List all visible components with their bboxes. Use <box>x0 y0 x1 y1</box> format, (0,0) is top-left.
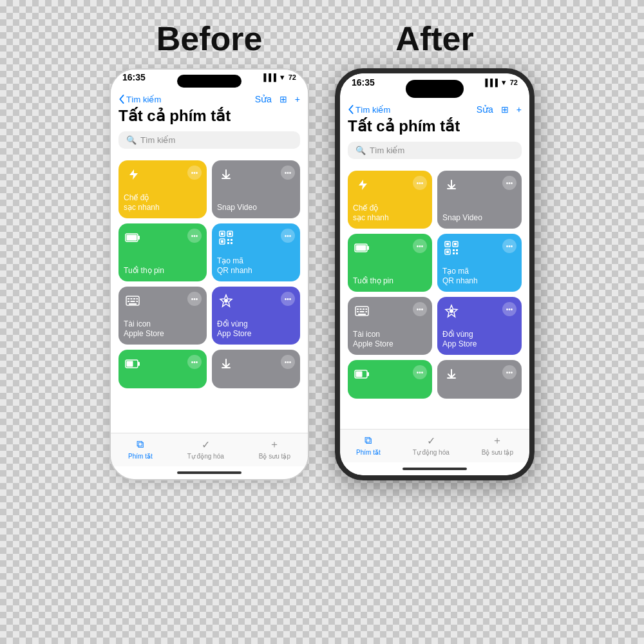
shortcuts-scroll: ••• Chế độsạc nhanh ••• Snap Video <box>111 160 308 433</box>
card-menu[interactable]: ••• <box>281 229 295 243</box>
card-tai-icon-apple-store[interactable]: ••• Tài iconApple Store <box>118 287 207 345</box>
svg-rect-11 <box>227 242 229 244</box>
svg-rect-37 <box>456 249 458 251</box>
lightning-icon <box>124 166 142 184</box>
tab-bar-after: ⧉ Phím tắt ✓ Tự động hóa ＋ Bộ sưu tập <box>340 429 529 462</box>
before-label: Before <box>156 19 263 58</box>
tab-bo-suu-tap[interactable]: ＋ Bộ sưu tập <box>259 437 290 460</box>
nav-actions: Sửa ⊞ + <box>255 94 300 104</box>
card-tuoi-tho-pin-after[interactable]: ••• Tuổi thọ pin <box>348 234 432 292</box>
card-7-after[interactable]: ••• <box>348 360 432 399</box>
svg-rect-31 <box>446 243 449 245</box>
card-menu-a5[interactable]: ••• <box>413 302 427 316</box>
shortcuts-tab-icon: ⧉ <box>133 437 147 451</box>
card-menu-a8[interactable]: ••• <box>502 365 516 379</box>
tab-phim-tat-after[interactable]: ⧉ Phím tắt <box>356 433 381 456</box>
card-menu[interactable]: ••• <box>187 166 202 180</box>
svg-rect-17 <box>137 298 138 299</box>
svg-point-50 <box>450 309 453 313</box>
grid-icon[interactable]: ⊞ <box>279 94 287 104</box>
search-bar-after[interactable]: 🔍 Tìm kiếm <box>348 142 522 159</box>
status-icons-after: ▐▐▐ ▼ 72 <box>482 79 518 86</box>
tab-phim-tat[interactable]: ⧉ Phím tắt <box>128 437 153 460</box>
card-label-a5: Tài iconApple Store <box>353 330 427 350</box>
card-label-5: Tài iconApple Store <box>124 319 202 339</box>
svg-rect-8 <box>221 240 223 243</box>
card-8-after[interactable]: ••• <box>437 360 522 399</box>
add-button[interactable]: + <box>295 94 300 104</box>
svg-rect-19 <box>131 301 135 302</box>
after-column: After 16:35 ▐▐▐ ▼ 72 <box>335 19 535 480</box>
nav-actions-after: Sửa ⊞ + <box>477 104 522 115</box>
home-indicator <box>111 466 308 479</box>
wifi-icon-after: ▼ <box>500 79 507 86</box>
svg-rect-12 <box>231 242 232 244</box>
page-title-after: Tất cả phím tắt <box>348 117 522 135</box>
keyboard-icon <box>124 292 142 310</box>
card-label-2: Snap Video <box>217 203 295 213</box>
phone-after: 16:35 ▐▐▐ ▼ 72 Tìm kiếm <box>335 68 535 480</box>
battery-icon-2 <box>124 355 142 373</box>
card-menu-a6[interactable]: ••• <box>502 302 516 316</box>
card-menu[interactable]: ••• <box>187 355 202 369</box>
nav-bar: Tìm kiếm Sửa ⊞ + <box>111 93 308 107</box>
card-tai-icon-apple-store-after[interactable]: ••• Tài iconApple Store <box>348 297 432 355</box>
after-label: After <box>395 19 473 58</box>
home-bar-after <box>402 468 467 470</box>
card-menu-a1[interactable]: ••• <box>413 176 427 190</box>
svg-rect-36 <box>453 249 455 251</box>
appstore-icon <box>217 292 235 310</box>
after-inner-screen: 16:35 ▐▐▐ ▼ 72 Tìm kiếm <box>340 73 529 475</box>
qr-icon <box>217 229 235 247</box>
grid-icon-after[interactable]: ⊞ <box>501 104 509 115</box>
card-menu[interactable]: ••• <box>187 229 202 243</box>
svg-rect-6 <box>229 232 231 235</box>
card-7[interactable]: ••• <box>118 350 207 388</box>
svg-rect-33 <box>454 243 457 245</box>
battery-icon-after <box>353 239 371 257</box>
edit-button-after[interactable]: Sửa <box>477 104 493 115</box>
card-8[interactable]: ••• <box>212 350 300 388</box>
card-tuoi-tho-pin[interactable]: ••• Tuổi thọ pin <box>118 223 207 281</box>
shortcuts-tab-icon-after: ⧉ <box>361 433 375 448</box>
status-icons: ▐▐▐ ▼ 72 <box>261 73 296 81</box>
tab-label-a2: Tự động hóa <box>413 449 450 456</box>
download-icon-2 <box>217 355 235 373</box>
tab-bo-suu-tap-after[interactable]: ＋ Bộ sưu tập <box>482 433 513 456</box>
tab-label-1: Phím tắt <box>128 453 153 460</box>
add-button-after[interactable]: + <box>516 104 522 115</box>
svg-rect-44 <box>366 308 368 310</box>
card-menu[interactable]: ••• <box>281 166 295 180</box>
card-menu-a4[interactable]: ••• <box>502 239 516 253</box>
search-bar[interactable]: 🔍 Tìm kiếm <box>118 131 300 149</box>
nav-bar-after: Tìm kiếm Sửa ⊞ + <box>340 103 529 117</box>
card-menu-a2[interactable]: ••• <box>502 176 516 190</box>
card-label-3: Tuổi thọ pin <box>124 266 202 276</box>
card-che-do-sac-nhanh[interactable]: ••• Chế độsạc nhanh <box>118 160 207 218</box>
card-menu[interactable]: ••• <box>281 292 295 306</box>
before-screen: 16:35 ▐▐▐ ▼ 72 Tìm kiếm <box>111 70 308 479</box>
card-che-do-sac-nhanh-after[interactable]: ••• Chế độsạc nhanh <box>348 171 432 229</box>
card-doi-vung-app-store[interactable]: ••• Đổi vùngApp Store <box>212 287 300 345</box>
edit-button[interactable]: Sửa <box>255 94 272 104</box>
svg-rect-39 <box>456 252 458 254</box>
back-button-after[interactable]: Tìm kiếm <box>348 105 390 115</box>
gallery-tab-icon: ＋ <box>267 437 281 451</box>
svg-rect-48 <box>358 314 366 315</box>
card-menu[interactable]: ••• <box>187 292 202 306</box>
tab-tu-dong-hoa-after[interactable]: ✓ Tự động hóa <box>413 433 450 456</box>
card-tao-ma-qr[interactable]: ••• Tạo mãQR nhanh <box>212 223 300 281</box>
tab-tu-dong-hoa[interactable]: ✓ Tự động hóa <box>187 437 224 460</box>
after-screen: 16:35 ▐▐▐ ▼ 72 Tìm kiếm <box>340 73 529 475</box>
svg-rect-4 <box>221 232 223 235</box>
card-snap-video[interactable]: ••• Snap Video <box>212 160 300 218</box>
card-snap-video-after[interactable]: ••• Snap Video <box>437 171 522 229</box>
download-icon-after <box>442 176 460 194</box>
card-menu-a3[interactable]: ••• <box>413 239 427 253</box>
battery-icon <box>124 229 142 247</box>
card-menu[interactable]: ••• <box>281 355 295 369</box>
back-button[interactable]: Tìm kiếm <box>118 95 161 104</box>
card-doi-vung-app-store-after[interactable]: ••• Đổi vùngApp Store <box>437 297 522 355</box>
card-menu-a7[interactable]: ••• <box>413 365 427 379</box>
card-tao-ma-qr-after[interactable]: ••• Tạo mãQR nhanh <box>437 234 522 292</box>
